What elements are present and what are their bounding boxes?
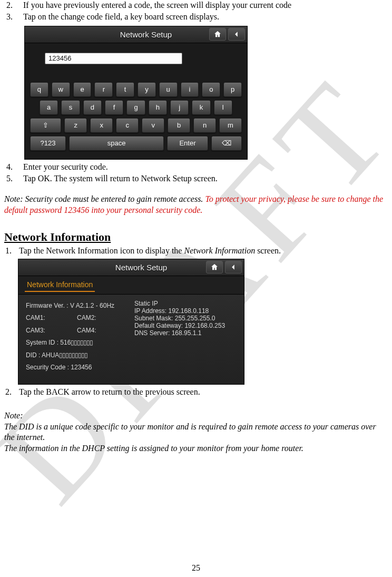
note-heading: Note: (4, 410, 388, 422)
code-input[interactable] (45, 53, 182, 64)
key-v[interactable]: v (142, 118, 164, 133)
key-h[interactable]: h (149, 100, 167, 115)
key-enter[interactable]: Enter (167, 136, 208, 151)
page-number: 25 (0, 563, 392, 573)
step-text: Tap the Network Information icon to disp… (15, 246, 388, 256)
subnet-mask: Subnet Mask: 255.255.255.0 (134, 315, 237, 322)
titlebar: Network Setup (18, 259, 244, 276)
info-col-left: Firmware Ver. : V A2.1.2 - 60Hz CAM1:CAM… (26, 300, 128, 374)
key-x[interactable]: x (90, 118, 113, 133)
info-col-right: Static IP IP Address: 192.168.0.118 Subn… (128, 300, 237, 374)
back-icon[interactable] (228, 28, 245, 41)
ip-address: IP Address: 192.168.0.118 (134, 307, 237, 315)
key-n[interactable]: n (193, 118, 216, 133)
step-text: If you have previously entered a code, t… (16, 0, 388, 11)
key-shift[interactable]: ⇧ (30, 118, 61, 133)
default-gateway: Default Gateway: 192.168.0.253 (134, 322, 237, 329)
key-y[interactable]: y (138, 82, 156, 97)
key-f[interactable]: f (105, 100, 123, 115)
net-step-1: 1. Tap the Network Information icon to d… (4, 246, 388, 256)
key-q[interactable]: q (30, 82, 48, 97)
note-dhcp: The information in the DHCP setting is a… (4, 443, 388, 454)
tab-row: Network Information (18, 276, 244, 295)
keyboard-row-1: q w e r t y u i o p (30, 82, 242, 97)
dns-server: DNS Server: 168.95.1.1 (134, 329, 237, 337)
key-b[interactable]: b (168, 118, 190, 133)
home-icon[interactable] (209, 28, 226, 41)
static-ip-label: Static IP (134, 300, 237, 307)
key-a[interactable]: a (40, 100, 58, 115)
key-space[interactable]: space (69, 136, 164, 151)
key-j[interactable]: j (170, 100, 189, 115)
titlebar-title: Network Setup (76, 263, 206, 272)
key-w[interactable]: w (52, 82, 70, 97)
step-number: 3. (4, 12, 16, 22)
note-text-black: Note: Security code must be entered to g… (4, 194, 203, 203)
step-text: Tap on the change code field, a key boar… (16, 12, 388, 22)
step-number: 4. (4, 162, 16, 172)
titlebar-title: Network Setup (83, 30, 209, 39)
key-123[interactable]: ?123 (30, 136, 66, 151)
step-number: 2. (4, 0, 16, 11)
cam4-label: CAM4: (77, 325, 128, 337)
key-i[interactable]: i (181, 82, 199, 97)
system-id: System ID : 516▯▯▯▯▯▯▯ (26, 337, 128, 349)
keyboard-row-3: ⇧ z x c v b n m (30, 118, 242, 133)
section-heading-network-info: Network Information (4, 230, 388, 244)
firmware-version: Firmware Ver. : V A2.1.2 - 60Hz (26, 300, 128, 312)
home-icon[interactable] (206, 261, 223, 273)
key-z[interactable]: z (64, 118, 87, 133)
tab-network-information[interactable]: Network Information (25, 279, 95, 292)
step-number: 2. (4, 387, 15, 397)
key-r[interactable]: r (94, 82, 113, 97)
did: DID : AHUA▯▯▯▯▯▯▯▯▯ (26, 349, 128, 361)
key-c[interactable]: c (116, 118, 139, 133)
net-step-2: 2. Tap the BACK arrow to return to the p… (4, 387, 388, 397)
info-body: Firmware Ver. : V A2.1.2 - 60Hz CAM1:CAM… (18, 295, 244, 384)
key-p[interactable]: p (223, 82, 242, 97)
keyboard-row-4: ?123 space Enter ⌫ (30, 136, 242, 151)
key-l[interactable]: l (214, 100, 232, 115)
step-text: Tap OK. The system will return to Networ… (16, 173, 388, 184)
key-d[interactable]: d (83, 100, 102, 115)
step-number: 1. (4, 246, 15, 256)
security-note: Note: Security code must be entered to g… (4, 194, 388, 216)
key-backspace[interactable]: ⌫ (211, 136, 242, 151)
key-g[interactable]: g (126, 100, 145, 115)
cam2-label: CAM2: (77, 312, 128, 324)
step-number: 5. (4, 173, 16, 184)
key-m[interactable]: m (219, 118, 242, 133)
cam3-label: CAM3: (26, 325, 77, 337)
step-text: Enter your security code. (16, 162, 388, 172)
note-did: The DID is a unique code specific to you… (4, 422, 388, 444)
cam1-label: CAM1: (26, 312, 77, 324)
step-2: 2. If you have previously entered a code… (4, 0, 388, 11)
network-info-screenshot: Network Setup Network Information Firmwa… (18, 259, 244, 385)
key-s[interactable]: s (61, 100, 80, 115)
key-o[interactable]: o (202, 82, 220, 97)
titlebar: Network Setup (25, 26, 247, 43)
step-text: Tap the BACK arrow to return to the prev… (15, 387, 388, 397)
step-3: 3. Tap on the change code field, a key b… (4, 12, 388, 22)
step-5: 5. Tap OK. The system will return to Net… (4, 173, 388, 184)
back-icon[interactable] (225, 261, 242, 273)
keyboard-screenshot: Network Setup q w e r t y u i o p (24, 26, 248, 160)
key-e[interactable]: e (73, 82, 92, 97)
key-u[interactable]: u (159, 82, 178, 97)
note-block: Note: The DID is a unique code specific … (4, 410, 388, 454)
security-code: Security Code : 123456 (26, 361, 128, 374)
keyboard-row-2: a s d f g h j k l (30, 100, 242, 115)
key-k[interactable]: k (192, 100, 210, 115)
step-4: 4. Enter your security code. (4, 162, 388, 172)
key-t[interactable]: t (116, 82, 134, 97)
